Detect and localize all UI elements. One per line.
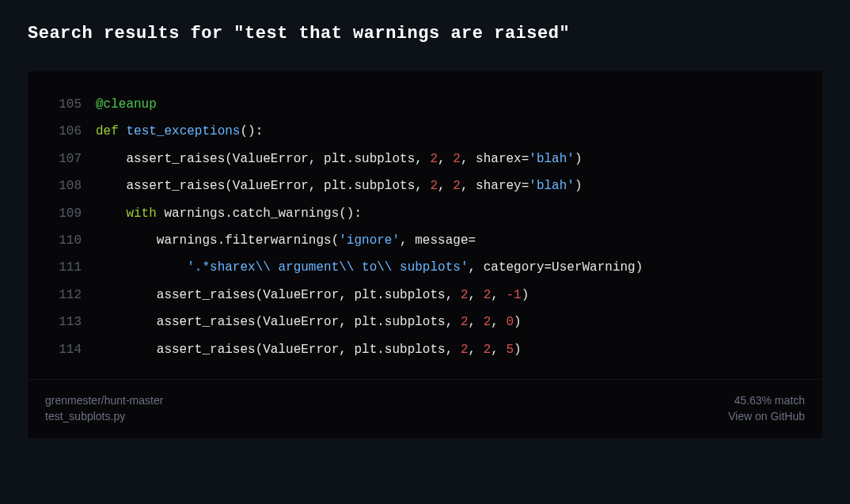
code-token: warnings.filterwarnings( (96, 233, 339, 248)
repo-name[interactable]: grenmester/hunt-master (45, 394, 163, 407)
code-token: 0 (507, 315, 514, 329)
code-line: 109 with warnings.catch_warnings(): (44, 200, 806, 227)
code-token: assert_raises(ValueError, plt.subplots, (96, 179, 430, 193)
code-token (96, 260, 187, 275)
code-token: , (468, 288, 483, 302)
code-line: 112 assert_raises(ValueError, plt.subplo… (44, 282, 806, 309)
code-line: 110 warnings.filterwarnings('ignore', me… (44, 227, 806, 254)
code-token: 2 (484, 315, 491, 329)
page-title: Search results for "test that warnings a… (28, 24, 822, 44)
code-content: @cleanup (96, 91, 157, 118)
code-token: assert_raises(ValueError, plt.subplots, (96, 152, 430, 166)
code-line: 114 assert_raises(ValueError, plt.subplo… (44, 336, 806, 363)
code-line: 108 assert_raises(ValueError, plt.subplo… (44, 172, 806, 199)
line-number: 107 (44, 146, 82, 172)
code-token: , (491, 315, 506, 329)
line-number: 106 (44, 118, 82, 145)
line-number: 114 (44, 336, 82, 363)
code-token: 2 (430, 179, 438, 193)
code-content: warnings.filterwarnings('ignore', messag… (96, 227, 476, 254)
code-content: with warnings.catch_warnings(): (96, 200, 362, 227)
code-line: 106def test_exceptions(): (44, 118, 806, 145)
code-token: assert_raises(ValueError, plt.subplots, (96, 288, 461, 302)
code-token: 5 (507, 343, 514, 357)
code-token: 'ignore' (339, 233, 400, 248)
code-content: '.*sharex\\ argument\\ to\\ subplots', c… (96, 254, 643, 281)
code-token (96, 207, 126, 221)
code-token: (): (240, 124, 263, 138)
file-name[interactable]: test_subplots.py (45, 410, 163, 423)
code-content: assert_raises(ValueError, plt.subplots, … (96, 282, 529, 309)
code-token: , (438, 179, 453, 193)
code-token: , (468, 343, 483, 357)
code-block: 105@cleanup106def test_exceptions():107 … (28, 71, 822, 379)
code-token: @cleanup (96, 97, 157, 112)
code-token: ) (522, 288, 529, 302)
line-number: 109 (44, 200, 82, 227)
code-token: , (438, 152, 453, 166)
code-token: ) (575, 179, 582, 193)
code-token: def (96, 124, 119, 138)
search-result-card: 105@cleanup106def test_exceptions():107 … (28, 71, 822, 438)
code-token: ) (575, 152, 582, 166)
view-on-github-link[interactable]: View on GitHub (728, 410, 805, 423)
code-token (119, 124, 127, 138)
code-token: 'blah' (529, 179, 575, 193)
code-content: assert_raises(ValueError, plt.subplots, … (96, 146, 582, 172)
code-content: def test_exceptions(): (96, 118, 263, 145)
line-number: 108 (44, 172, 82, 199)
code-token: , message= (400, 233, 476, 248)
code-line: 105@cleanup (44, 91, 806, 118)
code-token: , sharey= (461, 179, 529, 193)
code-token: 'blah' (529, 152, 575, 166)
code-token: , sharex= (461, 152, 529, 166)
code-content: assert_raises(ValueError, plt.subplots, … (96, 336, 522, 363)
code-token: assert_raises(ValueError, plt.subplots, (96, 315, 461, 329)
code-token: , (491, 288, 506, 302)
code-token: 2 (484, 288, 491, 302)
line-number: 110 (44, 227, 82, 254)
code-token: with (126, 207, 156, 221)
code-token: 2 (453, 179, 461, 193)
code-token: 2 (430, 152, 438, 166)
code-line: 113 assert_raises(ValueError, plt.subplo… (44, 309, 806, 335)
line-number: 111 (44, 254, 82, 281)
code-content: assert_raises(ValueError, plt.subplots, … (96, 172, 582, 199)
code-token: , (491, 343, 506, 357)
code-line: 107 assert_raises(ValueError, plt.subplo… (44, 146, 806, 172)
code-token: assert_raises(ValueError, plt.subplots, (96, 343, 461, 357)
code-token: -1 (507, 288, 522, 302)
code-token: ) (514, 343, 522, 357)
code-token: , category=UserWarning) (468, 260, 643, 275)
code-token: 2 (484, 343, 491, 357)
code-token: 2 (453, 152, 461, 166)
card-footer: grenmester/hunt-master test_subplots.py … (28, 379, 822, 438)
line-number: 113 (44, 309, 82, 335)
code-token: , (468, 315, 483, 329)
line-number: 112 (44, 282, 82, 309)
code-token: test_exceptions (126, 124, 240, 138)
match-percentage: 45.63% match (734, 394, 806, 407)
line-number: 105 (44, 91, 82, 118)
code-line: 111 '.*sharex\\ argument\\ to\\ subplots… (44, 254, 806, 281)
code-token: warnings.catch_warnings(): (157, 207, 362, 221)
code-token: '.*sharex\\ argument\\ to\\ subplots' (187, 260, 468, 275)
code-token: ) (514, 315, 522, 329)
code-content: assert_raises(ValueError, plt.subplots, … (96, 309, 522, 335)
